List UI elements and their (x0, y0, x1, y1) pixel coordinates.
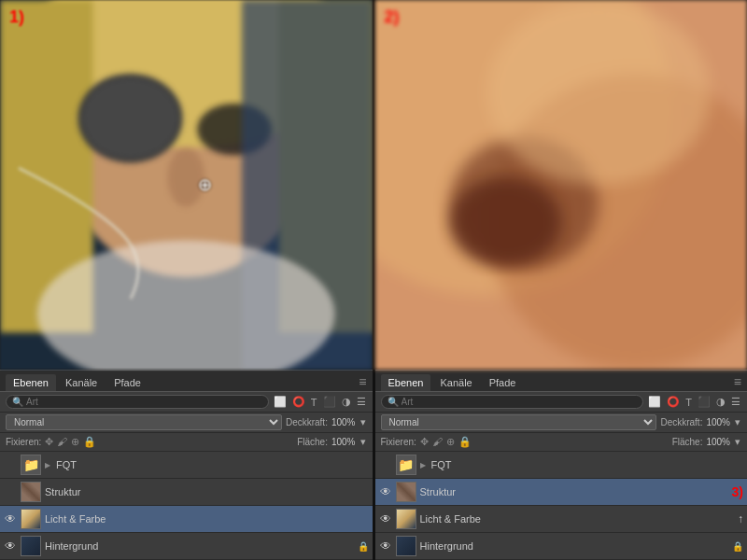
left-layer-fqt-name: FQT (56, 459, 369, 470)
right-type-icon[interactable]: T (684, 396, 693, 409)
right-layer-hintergrund-thumb (396, 536, 416, 556)
right-fill-label: Fläche: (672, 437, 703, 447)
left-mask-icon[interactable]: ⭕ (291, 395, 306, 409)
right-layer-licht-name: Licht & Farbe (420, 513, 731, 525)
right-layer-fqt-visibility[interactable] (379, 458, 392, 471)
svg-point-6 (82, 77, 179, 159)
left-layer-licht-name: Licht & Farbe (45, 513, 369, 525)
right-ps-panel: Ebenen Kanäle Pfade ≡ 🔍 ⬜ ⭕ T ⬛ ◑ ☰ (375, 370, 748, 560)
right-eye-licht[interactable]: 👁 (380, 512, 391, 525)
right-panel-menu-icon[interactable]: ≡ (734, 374, 741, 391)
right-layer-licht-visibility[interactable]: 👁 (379, 512, 392, 525)
right-layer-struktur-name: Struktur (420, 486, 725, 497)
left-panel-tabs: Ebenen Kanäle Pfade ≡ (0, 371, 373, 392)
cursor-indicator: ↑ (738, 512, 743, 525)
right-fill-value: 100% (706, 437, 730, 447)
right-fix-label: Fixieren: (381, 437, 416, 447)
left-eye-licht[interactable]: 👁 (5, 512, 16, 525)
right-layer-hintergrund[interactable]: 👁 Hintergrund 🔒 (375, 533, 748, 560)
right-layer-struktur-visibility[interactable]: 👁 (379, 485, 392, 498)
left-eye-hintergrund[interactable]: 👁 (5, 539, 16, 553)
right-adjust-icon[interactable]: ◑ (715, 395, 726, 409)
right-fill-arrow[interactable]: ▾ (734, 435, 741, 449)
left-fix-label: Fixieren: (6, 437, 41, 447)
right-opacity-arrow[interactable]: ▾ (734, 415, 741, 429)
left-adjust-icon[interactable]: ◑ (341, 395, 352, 409)
left-panel-menu-icon[interactable]: ≡ (359, 374, 366, 391)
left-fix-brush-icon[interactable]: 🖌 (57, 436, 67, 448)
left-layer-fqt-thumb: 📁 (21, 455, 41, 475)
right-smart-icon[interactable]: ⬛ (697, 395, 712, 409)
left-layer-hintergrund-visibility[interactable]: 👁 (4, 539, 17, 553)
left-fix-link-icon[interactable]: ⊕ (71, 436, 79, 448)
right-fix-icons: ✥ 🖌 ⊕ 🔒 (420, 436, 669, 448)
right-layer-hintergrund-visibility[interactable]: 👁 (379, 539, 392, 553)
right-panel-toolbar: 🔍 ⬜ ⭕ T ⬛ ◑ ☰ (375, 392, 748, 413)
left-blend-select[interactable]: Normal (6, 414, 282, 430)
left-layer-licht-visibility[interactable]: 👁 (4, 512, 17, 525)
right-fix-brush-icon[interactable]: 🖌 (432, 436, 443, 448)
right-eye-struktur[interactable]: 👁 (380, 485, 391, 498)
left-tab-kanaele[interactable]: Kanäle (58, 374, 105, 391)
right-blend-row: Normal Deckkraft: 100% ▾ (375, 413, 748, 433)
left-layer-hintergrund[interactable]: 👁 Hintergrund 🔒 (0, 533, 373, 560)
svg-point-16 (486, 0, 710, 185)
left-fill-arrow[interactable]: ▾ (359, 435, 367, 449)
left-search-input[interactable] (26, 397, 262, 407)
left-toolbar-icons: ⬜ ⭕ T ⬛ ◑ ☰ (273, 395, 367, 409)
left-ps-panel: Ebenen Kanäle Pfade ≡ 🔍 ⬜ ⭕ T ⬛ ◑ ☰ (0, 370, 373, 560)
right-toolbar-icons: ⬜ ⭕ T ⬛ ◑ ☰ (647, 395, 741, 409)
left-type-icon[interactable]: T (310, 396, 318, 409)
left-new-layer-icon[interactable]: ⬜ (273, 395, 288, 409)
left-extra-icon[interactable]: ☰ (356, 395, 367, 409)
right-eye-hintergrund[interactable]: 👁 (380, 539, 391, 553)
left-image-area: 1) (0, 0, 373, 370)
left-fix-move-icon[interactable]: ✥ (45, 436, 53, 448)
right-blend-select[interactable]: Normal (381, 414, 657, 430)
right-layer-struktur[interactable]: 👁 Struktur 3) (375, 479, 748, 506)
right-fix-lock-icon[interactable]: 🔒 (458, 436, 472, 448)
left-layer-struktur-visibility[interactable] (4, 485, 17, 498)
right-mask-icon[interactable]: ⭕ (666, 395, 681, 409)
right-layer-fqt[interactable]: 📁 ▶ FQT (375, 452, 748, 479)
right-tab-pfade[interactable]: Pfade (482, 374, 524, 391)
right-layer-licht[interactable]: 👁 Licht & Farbe ↑ (375, 506, 748, 533)
left-blend-row: Normal Deckkraft: 100% ▾ (0, 413, 373, 433)
right-search-icon: 🔍 (388, 397, 399, 407)
left-layer-struktur-thumb (21, 482, 41, 502)
left-layer-hintergrund-name: Hintergrund (45, 540, 354, 552)
left-layer-struktur[interactable]: Struktur (0, 479, 373, 506)
left-smart-icon[interactable]: ⬛ (322, 395, 337, 409)
left-layer-hintergrund-lock: 🔒 (358, 541, 369, 552)
left-layer-hintergrund-thumb (21, 536, 41, 556)
right-search-box[interactable]: 🔍 (381, 395, 644, 409)
left-tab-pfade[interactable]: Pfade (106, 374, 148, 391)
right-folder-arrow[interactable]: ▶ (420, 461, 426, 469)
left-folder-arrow[interactable]: ▶ (45, 461, 50, 469)
left-panel-label: 1) (9, 7, 24, 27)
left-layer-licht[interactable]: 👁 Licht & Farbe (0, 506, 373, 533)
left-panel: 1) (0, 0, 373, 560)
right-layer-licht-thumb (396, 509, 416, 529)
right-tab-kanaele[interactable]: Kanäle (432, 374, 479, 391)
left-tab-ebenen[interactable]: Ebenen (6, 374, 56, 391)
left-fix-lock-icon[interactable]: 🔒 (83, 436, 96, 448)
right-tab-ebenen[interactable]: Ebenen (381, 374, 431, 391)
right-extra-icon[interactable]: ☰ (730, 395, 741, 409)
left-search-icon: 🔍 (12, 397, 23, 407)
right-layer-hintergrund-name: Hintergrund (420, 540, 729, 552)
left-opacity-arrow[interactable]: ▾ (359, 415, 367, 429)
right-layer-hintergrund-lock: 🔒 (732, 541, 743, 552)
right-image-area: 2) (375, 0, 748, 370)
left-layer-fqt[interactable]: 📁 ▶ FQT (0, 452, 373, 479)
left-fix-icons: ✥ 🖌 ⊕ 🔒 (45, 436, 293, 448)
right-fix-move-icon[interactable]: ✥ (420, 436, 429, 448)
right-layer-fqt-thumb: 📁 (396, 455, 416, 475)
left-search-box[interactable]: 🔍 (6, 395, 269, 409)
right-search-input[interactable] (402, 397, 638, 407)
right-panel-tabs: Ebenen Kanäle Pfade ≡ (375, 371, 748, 392)
svg-point-15 (449, 177, 561, 266)
right-fix-link-icon[interactable]: ⊕ (446, 436, 455, 448)
right-new-layer-icon[interactable]: ⬜ (647, 395, 662, 409)
left-layer-fqt-visibility[interactable] (4, 458, 17, 471)
